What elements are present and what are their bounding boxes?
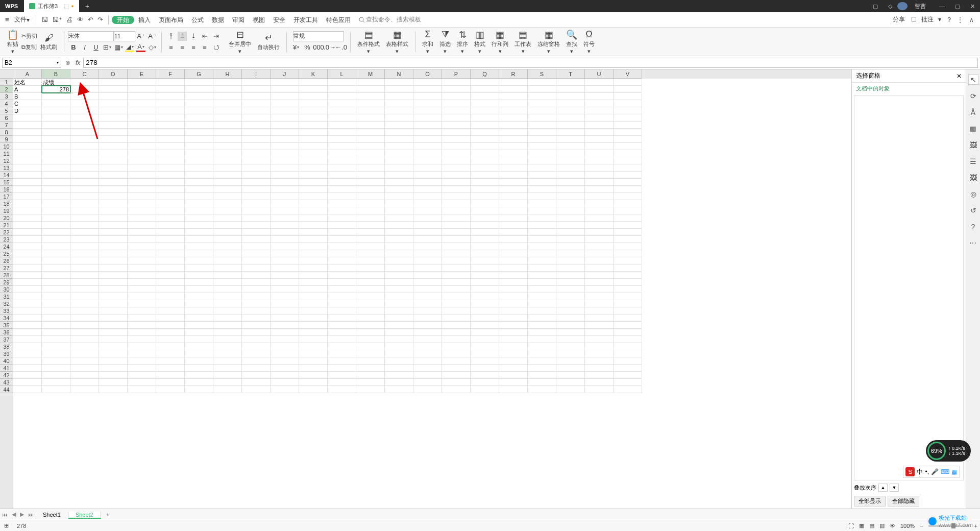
cell-A33[interactable] — [13, 307, 42, 315]
cell-T5[interactable] — [556, 107, 585, 114]
cell-G26[interactable] — [185, 257, 213, 264]
row-header-23[interactable]: 23 — [0, 236, 13, 243]
cell-R13[interactable] — [499, 164, 528, 172]
cell-S28[interactable] — [528, 272, 556, 279]
cell-U20[interactable] — [585, 214, 614, 222]
cell-S1[interactable] — [528, 79, 556, 86]
indent-dec-icon[interactable]: ⇤ — [200, 32, 209, 41]
menu-tab-特色应用[interactable]: 特色应用 — [322, 16, 355, 23]
cell-O27[interactable] — [413, 264, 442, 272]
cell-R42[interactable] — [499, 372, 528, 379]
cell-S8[interactable] — [528, 129, 556, 136]
cell-M13[interactable] — [356, 164, 385, 172]
paste-button[interactable]: 📋粘贴▾ — [4, 28, 21, 56]
row-header-41[interactable]: 41 — [0, 365, 13, 372]
cell-J35[interactable] — [271, 322, 299, 329]
cell-B2[interactable]: 278 — [42, 86, 70, 93]
user-badge[interactable]: 曹曹 — [897, 2, 931, 10]
cell-C35[interactable] — [70, 322, 99, 329]
cell-N23[interactable] — [385, 236, 413, 243]
cell-B44[interactable] — [42, 386, 70, 393]
cell-T22[interactable] — [556, 229, 585, 236]
col-header-H[interactable]: H — [213, 69, 242, 79]
cell-V37[interactable] — [614, 336, 642, 343]
move-down-button[interactable]: ▼ — [890, 484, 899, 492]
cell-I20[interactable] — [242, 214, 271, 222]
cell-A26[interactable] — [13, 257, 42, 264]
cell-N5[interactable] — [385, 107, 413, 114]
cell-G34[interactable] — [185, 315, 213, 322]
cell-I40[interactable] — [242, 357, 271, 365]
cell-D37[interactable] — [99, 336, 128, 343]
cell-I19[interactable] — [242, 207, 271, 214]
cell-D40[interactable] — [99, 357, 128, 365]
undo-icon[interactable]: ↶ — [88, 16, 93, 23]
col-header-C[interactable]: C — [70, 69, 99, 79]
cell-U34[interactable] — [585, 315, 614, 322]
cell-J42[interactable] — [271, 372, 299, 379]
close-pane-icon[interactable]: ✕ — [957, 73, 962, 80]
cell-H12[interactable] — [213, 157, 242, 164]
cell-U14[interactable] — [585, 172, 614, 179]
cell-Q27[interactable] — [471, 264, 499, 272]
cell-J18[interactable] — [271, 200, 299, 207]
cell-C33[interactable] — [70, 307, 99, 315]
cell-R37[interactable] — [499, 336, 528, 343]
cell-O7[interactable] — [413, 122, 442, 129]
cell-G21[interactable] — [185, 222, 213, 229]
cell-F26[interactable] — [156, 257, 185, 264]
cell-B11[interactable] — [42, 150, 70, 157]
cell-C3[interactable] — [70, 93, 99, 100]
cell-G8[interactable] — [185, 129, 213, 136]
cell-S3[interactable] — [528, 93, 556, 100]
cell-U13[interactable] — [585, 164, 614, 172]
ime-punct-icon[interactable]: •, — [925, 468, 929, 475]
cell-Q14[interactable] — [471, 172, 499, 179]
cell-T12[interactable] — [556, 157, 585, 164]
currency-icon[interactable]: ¥ — [291, 43, 301, 52]
cell-S37[interactable] — [528, 336, 556, 343]
cell-O38[interactable] — [413, 343, 442, 350]
row-header-34[interactable]: 34 — [0, 315, 13, 322]
cell-S19[interactable] — [528, 207, 556, 214]
row-header-42[interactable]: 42 — [0, 372, 13, 379]
cell-V39[interactable] — [614, 350, 642, 357]
help-icon[interactable]: ? — [947, 16, 951, 23]
cell-L14[interactable] — [328, 172, 356, 179]
cell-Q33[interactable] — [471, 307, 499, 315]
cell-U9[interactable] — [585, 136, 614, 143]
sheet-nav-last[interactable]: ⏭ — [26, 512, 36, 518]
cell-H19[interactable] — [213, 207, 242, 214]
cell-I25[interactable] — [242, 250, 271, 257]
cell-V38[interactable] — [614, 343, 642, 350]
cell-A4[interactable]: C — [13, 100, 42, 107]
cell-U35[interactable] — [585, 322, 614, 329]
cell-L7[interactable] — [328, 122, 356, 129]
cell-J16[interactable] — [271, 186, 299, 193]
cell-M25[interactable] — [356, 250, 385, 257]
cell-U7[interactable] — [585, 122, 614, 129]
row-header-35[interactable]: 35 — [0, 322, 13, 329]
cell-V18[interactable] — [614, 200, 642, 207]
sheet-nav-next[interactable]: ▶ — [18, 511, 26, 518]
cell-F2[interactable] — [156, 86, 185, 93]
cell-V41[interactable] — [614, 365, 642, 372]
cell-M23[interactable] — [356, 236, 385, 243]
cell-I17[interactable] — [242, 193, 271, 200]
cell-Q20[interactable] — [471, 214, 499, 222]
cell-V40[interactable] — [614, 357, 642, 365]
cell-J1[interactable] — [271, 79, 299, 86]
row-header-36[interactable]: 36 — [0, 329, 13, 336]
cell-G22[interactable] — [185, 229, 213, 236]
cell-H20[interactable] — [213, 214, 242, 222]
cell-M30[interactable] — [356, 286, 385, 293]
cell-P10[interactable] — [442, 143, 471, 150]
cell-D28[interactable] — [99, 272, 128, 279]
cell-O29[interactable] — [413, 279, 442, 286]
new-tab-button[interactable]: + — [79, 2, 95, 10]
cell-R23[interactable] — [499, 236, 528, 243]
cell-Q16[interactable] — [471, 186, 499, 193]
cell-N40[interactable] — [385, 357, 413, 365]
cell-I27[interactable] — [242, 264, 271, 272]
menu-tab-视图[interactable]: 视图 — [249, 16, 269, 23]
